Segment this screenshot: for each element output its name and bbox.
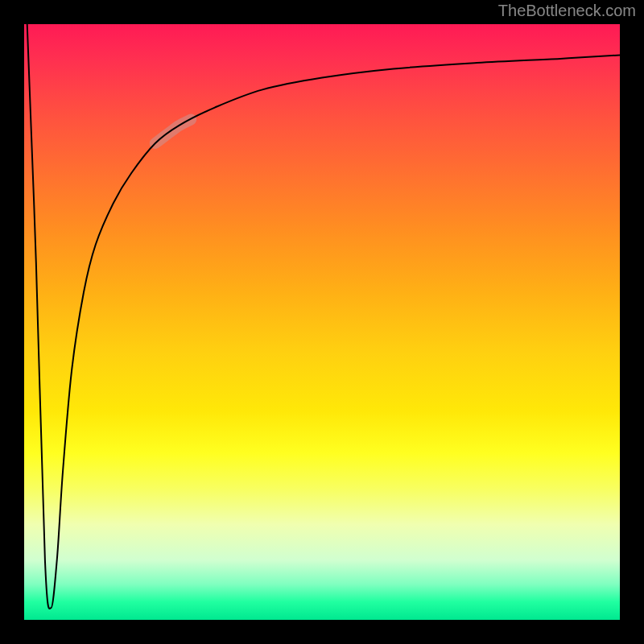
watermark-text: TheBottleneck.com — [498, 2, 636, 20]
highlight-segment — [155, 119, 191, 143]
curve-svg — [24, 24, 620, 620]
plot-area — [24, 24, 620, 620]
bottleneck-curve — [27, 24, 620, 609]
